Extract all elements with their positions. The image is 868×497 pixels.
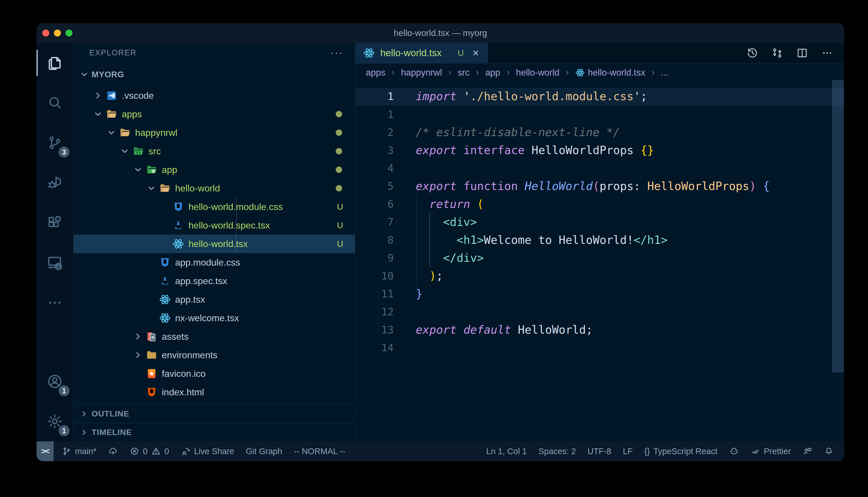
status-item-cursor-position[interactable]: Ln 1, Col 1: [480, 441, 533, 461]
tree-item-app[interactable]: app: [74, 160, 355, 179]
explorer-more-actions-button[interactable]: ···: [330, 50, 343, 56]
chev-right-icon: [505, 69, 512, 76]
status-item-eol[interactable]: LF: [617, 441, 638, 461]
breadcrumb-item[interactable]: apps: [366, 68, 385, 78]
tree-item-happynrwl[interactable]: happynrwl: [74, 123, 355, 142]
tree-item-app-module-css[interactable]: 3app.module.css: [74, 253, 355, 272]
tree-item-favicon-ico[interactable]: favicon.ico: [74, 364, 355, 383]
editor-action-split-editor[interactable]: [796, 47, 808, 59]
editor-action-more-actions[interactable]: [821, 47, 833, 59]
status-item-live-share[interactable]: Live Share: [175, 441, 240, 461]
outline-panel-header[interactable]: OUTLINE: [74, 404, 355, 423]
status-item-encoding[interactable]: UTF-8: [581, 441, 617, 461]
git-modified-dot: [336, 148, 342, 154]
editor-action-open-timeline[interactable]: [746, 47, 758, 59]
breadcrumb-item[interactable]: hello-world: [516, 68, 560, 78]
breadcrumb-item[interactable]: ...: [661, 68, 669, 78]
tree-item-src[interactable]: src: [74, 142, 355, 160]
status-item-vim-mode[interactable]: -- NORMAL --: [288, 441, 352, 461]
tree-item-app-tsx[interactable]: app.tsx: [74, 290, 355, 309]
code-editor[interactable]: 1import './hello-world.module.css';12/* …: [356, 82, 844, 441]
timeline-panel-header[interactable]: TIMELINE: [74, 423, 355, 441]
status-text: 0: [143, 446, 148, 456]
tab-hello-world-tsx[interactable]: hello-world.tsx U: [356, 43, 488, 63]
tree-item-label: nx-welcome.tsx: [175, 313, 239, 324]
timeline-panel-label: TIMELINE: [92, 428, 132, 437]
status-text: 0: [164, 446, 169, 456]
status-item-git-branch[interactable]: main*: [56, 441, 102, 461]
zoom-window-button[interactable]: [66, 30, 72, 37]
activity-item-settings[interactable]: 1: [37, 401, 73, 441]
tree-item-hello-world-tsx[interactable]: hello-world.tsxU: [74, 235, 355, 253]
close-tab-icon[interactable]: [471, 48, 481, 58]
vscode-icon: [106, 89, 118, 102]
chev-down-icon: [119, 145, 130, 157]
breadcrumb: appshappynrwlsrcapphello-worldhello-worl…: [356, 64, 844, 82]
status-text: -- NORMAL --: [294, 446, 346, 456]
tree-item-label: environments: [162, 350, 218, 360]
error-icon: [129, 446, 139, 456]
git-modified-dot: [336, 129, 342, 136]
activity-item-search[interactable]: [37, 83, 73, 123]
code-line: 14: [356, 339, 844, 357]
window-controls: [42, 23, 72, 43]
tree-item-label: hello-world.spec.tsx: [189, 220, 270, 231]
tree-item-index-html[interactable]: 5index.html: [74, 383, 355, 401]
svg-text:TS: TS: [176, 225, 181, 228]
activity-item-remote-explorer[interactable]: [37, 243, 73, 283]
activity-item-source-control[interactable]: 3: [37, 123, 73, 163]
react-icon: [575, 68, 585, 77]
status-item-sync[interactable]: [102, 441, 124, 461]
tree-item-label: .vscode: [122, 90, 154, 101]
code-line: 1: [356, 105, 844, 123]
breadcrumb-item[interactable]: src: [458, 68, 470, 78]
status-item-problems[interactable]: 00: [124, 441, 175, 461]
tree-item-hello-world-module-css[interactable]: 3hello-world.module.cssU: [74, 198, 355, 216]
line-number: 14: [356, 339, 416, 357]
tree-item-hello-world[interactable]: hello-world: [74, 179, 355, 198]
svg-text:3: 3: [164, 259, 166, 264]
editor-action-open-changes[interactable]: [771, 47, 783, 59]
editor-scrollbar[interactable]: [832, 80, 844, 372]
breadcrumb-item[interactable]: app: [485, 68, 500, 78]
activity-item-run-debug[interactable]: [37, 163, 73, 203]
status-item-indentation[interactable]: Spaces: 2: [533, 441, 581, 461]
status-text: TypeScript React: [653, 446, 718, 456]
tree-item-app-spec-tsx[interactable]: TSapp.spec.tsx: [74, 272, 355, 290]
status-text: Live Share: [194, 446, 234, 456]
line-number: 9: [356, 249, 416, 267]
close-window-button[interactable]: [42, 30, 49, 37]
ellipsis-icon: [46, 294, 63, 311]
chev-down-icon: [92, 108, 104, 120]
status-item-copilot[interactable]: [724, 441, 745, 461]
activity-item-explorer[interactable]: [37, 43, 73, 83]
tree-item-label: favicon.ico: [162, 368, 206, 379]
activity-item-more[interactable]: [37, 283, 73, 323]
status-item-notifications[interactable]: [818, 441, 840, 461]
status-item-language-mode[interactable]: {}TypeScript React: [638, 441, 723, 461]
activity-badge: 1: [58, 385, 70, 396]
tree-item-hello-world-spec-tsx[interactable]: TShello-world.spec.tsxU: [74, 216, 355, 235]
status-item-git-graph[interactable]: Git Graph: [240, 441, 288, 461]
breadcrumb-item[interactable]: happynrwl: [401, 68, 442, 78]
line-number: 11: [356, 285, 416, 303]
line-number: 12: [356, 303, 416, 321]
minimize-window-button[interactable]: [54, 30, 61, 37]
breadcrumb-item[interactable]: hello-world.tsx: [575, 68, 645, 78]
chevron-right-icon: [649, 69, 657, 76]
status-item-remote-indicator[interactable]: ><: [37, 441, 54, 461]
tree-item-apps[interactable]: apps: [74, 105, 355, 123]
line-number: 2: [356, 123, 416, 141]
tree-item-nx-welcome-tsx[interactable]: nx-welcome.tsx: [74, 309, 355, 327]
tree-item-environments[interactable]: environments: [74, 346, 355, 364]
status-item-prettier[interactable]: Prettier: [745, 441, 797, 461]
indent-guide: [416, 195, 417, 285]
workspace-section-header[interactable]: MYORG: [74, 62, 355, 86]
activity-item-extensions[interactable]: [37, 203, 73, 243]
status-item-feedback[interactable]: [797, 441, 818, 461]
tree-item-assets[interactable]: assets: [74, 327, 355, 346]
chev-right-icon: [92, 90, 104, 101]
git-modified-dot: [336, 111, 342, 117]
activity-item-accounts[interactable]: 1: [37, 361, 73, 401]
tree-item--vscode[interactable]: .vscode: [74, 86, 355, 105]
